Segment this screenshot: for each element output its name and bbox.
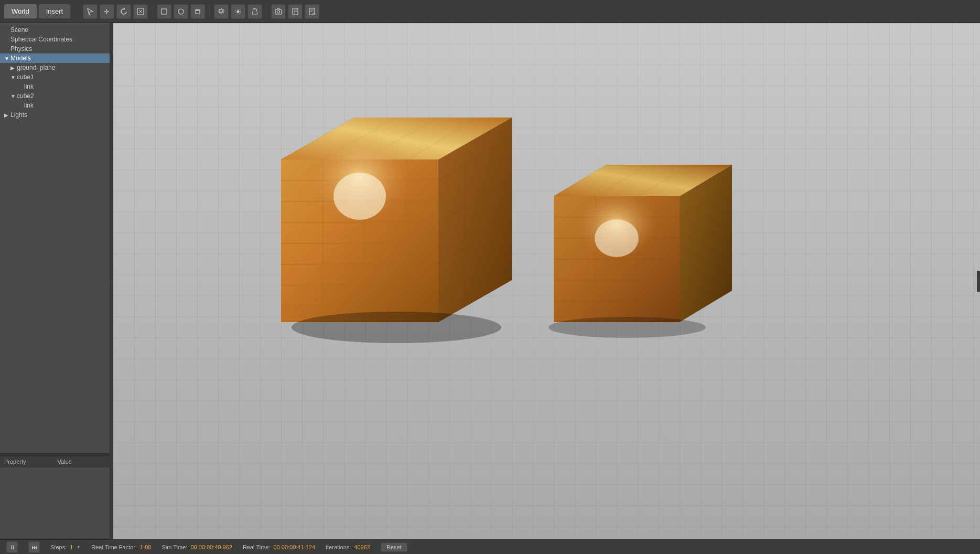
steps-display: Steps: 1 ▼ [50, 544, 81, 550]
svg-line-11 [219, 9, 220, 10]
svg-point-15 [237, 10, 240, 13]
viewport-background: ⋮ [113, 23, 980, 539]
svg-point-3 [178, 9, 184, 14]
tree-label-cube2: cube2 [17, 92, 34, 100]
tree-arrow-cube2: ▼ [10, 93, 17, 99]
light-tool-button[interactable] [214, 4, 229, 19]
toolbar: ✛ [83, 4, 319, 19]
toolbar-separator-1 [152, 6, 153, 17]
sim-time-display: Sim Time: 00 00:00:40.962 [161, 544, 232, 550]
svg-point-19 [277, 10, 280, 13]
step-down-icon[interactable]: ▼ [76, 545, 81, 550]
cube2-shadow [548, 317, 706, 338]
tree-arrow-models: ▼ [4, 56, 10, 61]
sidebar: SceneSpherical CoordinatesPhysics▼Models… [0, 23, 110, 539]
log-button[interactable] [288, 4, 303, 19]
step-button[interactable]: ⏭ [28, 541, 40, 553]
real-time-factor-value: 1.00 [140, 544, 151, 550]
viewport-right-resize[interactable]: ⋮ [977, 271, 980, 292]
cube1-shadow [292, 312, 501, 343]
tree-item-cube1_link[interactable]: link [0, 82, 110, 91]
tree-panel: SceneSpherical CoordinatesPhysics▼Models… [0, 23, 110, 453]
tree-label-models: Models [10, 55, 31, 62]
sphere-tool-button[interactable] [174, 4, 188, 19]
spot-light-button[interactable] [247, 4, 262, 19]
properties-panel: Property Value [0, 455, 110, 539]
cube1-specular [333, 173, 386, 220]
svg-point-6 [220, 9, 223, 13]
tree-item-cube1[interactable]: ▼cube1 [0, 72, 110, 82]
tree-label-cube1_link: link [24, 83, 34, 90]
tree-arrow-ground_plane: ▶ [10, 65, 17, 71]
tree-arrow-cube1: ▼ [10, 74, 17, 80]
tree-item-models[interactable]: ▼Models [0, 54, 110, 63]
steps-value: 1 [70, 544, 73, 550]
config-button[interactable] [305, 4, 319, 19]
pause-button[interactable]: ⏸ [6, 541, 18, 553]
reset-button[interactable]: Reset [381, 542, 407, 552]
viewport[interactable]: ⋮ [113, 23, 980, 539]
svg-line-14 [223, 9, 224, 10]
iterations-value: 40962 [354, 544, 370, 550]
sim-time-value: 00 00:00:40.962 [190, 544, 232, 550]
value-col-header: Value [58, 459, 72, 465]
screenshot-button[interactable] [271, 4, 286, 19]
tree-label-ground_plane: ground_plane [17, 64, 55, 71]
svg-line-12 [223, 12, 224, 13]
tree-label-spherical: Spherical Coordinates [10, 36, 72, 43]
real-time-factor-display: Real Time Factor: 1.00 [91, 544, 151, 550]
select-tool-button[interactable] [83, 4, 98, 19]
svg-text:✛: ✛ [104, 8, 110, 16]
tree-label-lights: Lights [10, 111, 27, 119]
tree-item-physics[interactable]: Physics [0, 44, 110, 54]
steps-label: Steps: [50, 544, 67, 550]
tree-label-physics: Physics [10, 45, 32, 52]
property-col-header: Property [4, 459, 26, 465]
real-time-factor-label: Real Time Factor: [91, 544, 137, 550]
iterations-display: Iterations: 40962 [326, 544, 370, 550]
main-area: SceneSpherical CoordinatesPhysics▼Models… [0, 23, 980, 539]
real-time-label: Real Time: [243, 544, 271, 550]
top-bar: World Insert ✛ [0, 0, 980, 23]
tree-arrow-lights: ▶ [4, 112, 10, 118]
cylinder-tool-button[interactable] [190, 4, 205, 19]
iterations-label: Iterations: [326, 544, 351, 550]
svg-rect-2 [161, 9, 167, 14]
real-time-display: Real Time: 00 00:00:41.124 [243, 544, 315, 550]
toolbar-separator-3 [266, 6, 267, 17]
move-tool-button[interactable]: ✛ [100, 4, 114, 19]
toolbar-separator-2 [209, 6, 210, 17]
tree-item-lights[interactable]: ▶Lights [0, 110, 110, 120]
scale-tool-button[interactable] [133, 4, 148, 19]
point-light-button[interactable] [231, 4, 245, 19]
tree-item-spherical[interactable]: Spherical Coordinates [0, 35, 110, 44]
status-bar: ⏸ ⏭ Steps: 1 ▼ Real Time Factor: 1.00 Si… [0, 539, 980, 554]
cube2-specular [595, 219, 639, 257]
tree-label-cube1: cube1 [17, 73, 34, 81]
real-time-value: 00 00:00:41.124 [273, 544, 315, 550]
rotate-tool-button[interactable] [116, 4, 131, 19]
svg-rect-18 [275, 9, 282, 14]
tab-world[interactable]: World [4, 4, 37, 18]
svg-line-13 [219, 12, 220, 13]
tree-item-cube2[interactable]: ▼cube2 [0, 91, 110, 101]
tree-item-ground_plane[interactable]: ▶ground_plane [0, 63, 110, 72]
tree-item-scene[interactable]: Scene [0, 25, 110, 35]
scene-3d [218, 65, 795, 380]
box-tool-button[interactable] [157, 4, 171, 19]
props-header: Property Value [0, 456, 110, 467]
tree-label-scene: Scene [10, 26, 28, 34]
tab-insert[interactable]: Insert [39, 4, 71, 18]
tree-item-cube2_link[interactable]: link [0, 101, 110, 110]
tree-label-cube2_link: link [24, 102, 34, 109]
sim-time-label: Sim Time: [161, 544, 187, 550]
